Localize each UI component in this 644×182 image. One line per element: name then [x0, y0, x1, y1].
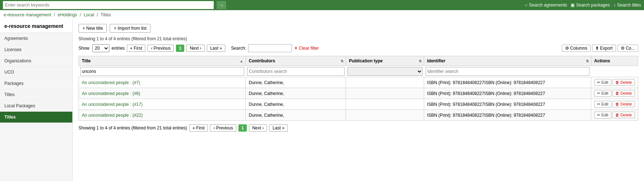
showing-text-bottom: Showing 1 to 4 of 4 entries (filtered fr… [79, 125, 187, 131]
edit-button[interactable]: ✏ Edit [594, 79, 611, 86]
contributors-sort-icon: ⇅ [341, 59, 343, 63]
titles-table: Title ▲ Contributors ⇅ Publication type … [79, 56, 638, 121]
title-link[interactable]: An unconsidered people : (#17) [82, 102, 142, 107]
breadcrumb-local[interactable]: Local [84, 12, 94, 17]
export-icon: ⬆ [595, 46, 599, 51]
current-page-top: 1 [176, 45, 184, 52]
first-button-top[interactable]: « First [127, 45, 145, 52]
right-buttons: ⚙ Columns ⬆ Export ⚙ Co... [562, 45, 638, 52]
col-title[interactable]: Title ▲ [79, 56, 246, 66]
breadcrumb-eholdings[interactable]: eHoldings [58, 12, 77, 17]
breadcrumb: e-resource management / eHoldings / Loca… [0, 10, 644, 20]
filter-identifier-cell [424, 66, 591, 77]
row-publication-type-cell [346, 99, 424, 110]
row-actions-cell: ✏ Edit 🗑 Delete [591, 77, 638, 88]
sidebar-item-local-packages[interactable]: Local Packages [0, 100, 72, 112]
table-search-input[interactable] [248, 44, 292, 52]
bottom-bar: Showing 1 to 4 of 4 entries (filtered fr… [79, 124, 638, 132]
prev-button-bottom[interactable]: ‹ Previous [210, 124, 236, 132]
row-publication-type-cell [346, 88, 424, 99]
last-button-top[interactable]: Last » [207, 45, 225, 52]
top-search-input[interactable] [3, 1, 214, 9]
showing-text-top: Showing 1 to 4 of 4 entries (filtered fr… [79, 36, 638, 41]
filter-publication-type-cell [346, 66, 424, 77]
row-title-cell: An unconsidered people : (#8) [79, 88, 246, 99]
layout: e-resource management Agreements License… [0, 20, 644, 181]
current-page-bottom: 1 [238, 124, 247, 132]
col-contributors[interactable]: Contributors ⇅ [246, 56, 346, 66]
sidebar-item-titles-active[interactable]: Titles [0, 112, 72, 123]
sidebar-item-titles[interactable]: Titles [0, 89, 72, 100]
pagination-bar: Show 10 20 50 100 entries « First ‹ Prev… [79, 44, 638, 52]
filter-title-input[interactable] [80, 67, 244, 76]
table-filter-row [79, 66, 638, 77]
breadcrumb-eresource[interactable]: e-resource management [4, 12, 51, 17]
search-agreements-link[interactable]: ○ Search agreements [525, 3, 567, 8]
top-nav-links: ○ Search agreements ▣ Search packages ↕ … [525, 3, 641, 8]
main-content: + New title + Import from list Showing 1… [73, 20, 644, 181]
clear-filter-button[interactable]: ✕ Clear filter [294, 46, 319, 51]
prev-button-top[interactable]: ‹ Previous [148, 45, 174, 52]
row-actions-cell: ✏ Edit 🗑 Delete [591, 88, 638, 99]
first-button-bottom[interactable]: « First [189, 124, 208, 132]
sidebar-item-licenses[interactable]: Licenses [0, 44, 72, 55]
col-identifier[interactable]: Identifier ⇅ [424, 56, 591, 66]
delete-button[interactable]: 🗑 Delete [612, 90, 635, 96]
next-button-top[interactable]: Next › [186, 45, 205, 52]
edit-button[interactable]: ✏ Edit [594, 112, 611, 119]
delete-button[interactable]: 🗑 Delete [612, 79, 635, 86]
row-contributors-cell: Dunne, Catherine, [246, 77, 346, 88]
search-label: Search: [231, 46, 246, 51]
search-go-button[interactable]: → [217, 1, 226, 9]
sidebar-item-uco[interactable]: UCO [0, 67, 72, 78]
table-row: An unconsidered people : (#7) Dunne, Cat… [79, 77, 638, 88]
sidebar-item-organizations[interactable]: Organizations [0, 55, 72, 67]
delete-button[interactable]: 🗑 Delete [612, 101, 635, 107]
title-link[interactable]: An unconsidered people : (#8) [82, 91, 140, 96]
filter-identifier-input[interactable] [426, 67, 590, 76]
entries-label: entries [112, 46, 125, 51]
new-title-button[interactable]: + New title [79, 24, 107, 33]
table-row: An unconsidered people : (#22) Dunne, Ca… [79, 110, 638, 121]
table-row: An unconsidered people : (#17) Dunne, Ca… [79, 99, 638, 110]
col-publication-type[interactable]: Publication type ⇅ [346, 56, 424, 66]
delete-button[interactable]: 🗑 Delete [612, 112, 635, 118]
sidebar-item-agreements[interactable]: Agreements [0, 33, 72, 44]
show-label: Show [79, 46, 89, 51]
sidebar-item-packages[interactable]: Packages [0, 78, 72, 89]
filter-contributors-cell [246, 66, 346, 77]
row-actions-cell: ✏ Edit 🗑 Delete [591, 110, 638, 121]
row-contributors-cell: Dunne, Catherine, [246, 110, 346, 121]
export-button[interactable]: ⬆ Export [592, 45, 616, 52]
show-entries-select[interactable]: 10 20 50 100 [92, 44, 109, 52]
next-button-bottom[interactable]: Next › [249, 124, 267, 132]
more-columns-icon: ⚙ [621, 46, 625, 51]
top-bar: → ○ Search agreements ▣ Search packages … [0, 0, 644, 10]
more-columns-button[interactable]: ⚙ Co... [617, 45, 638, 52]
identifier-sort-icon: ⇅ [586, 59, 589, 63]
edit-button[interactable]: ✏ Edit [594, 101, 611, 108]
search-titles-link[interactable]: ↕ Search titles [613, 3, 641, 8]
publication-type-sort-icon: ⇅ [419, 59, 422, 63]
row-identifier-cell: ISBN (Print): 9781848408227ISBN (Online)… [424, 77, 591, 88]
row-identifier-cell: ISBN (Print): 9781848408227ISBN (Online)… [424, 88, 591, 99]
table-row: An unconsidered people : (#8) Dunne, Cat… [79, 88, 638, 99]
title-link[interactable]: An unconsidered people : (#7) [82, 80, 140, 85]
title-sort-icon: ▲ [240, 59, 243, 63]
title-link[interactable]: An unconsidered people : (#22) [82, 113, 142, 118]
filter-publication-type-select[interactable] [347, 67, 423, 76]
packages-icon: ▣ [571, 3, 575, 8]
filter-contributors-input[interactable] [247, 67, 345, 76]
last-button-bottom[interactable]: Last » [269, 124, 288, 132]
row-actions-cell: ✏ Edit 🗑 Delete [591, 99, 638, 110]
row-publication-type-cell [346, 110, 424, 121]
col-actions: Actions [591, 56, 638, 66]
row-contributors-cell: Dunne, Catherine, [246, 88, 346, 99]
columns-button[interactable]: ⚙ Columns [562, 45, 591, 52]
table-body: An unconsidered people : (#7) Dunne, Cat… [79, 77, 638, 121]
search-packages-link[interactable]: ▣ Search packages [571, 3, 610, 8]
edit-button[interactable]: ✏ Edit [594, 90, 611, 97]
row-publication-type-cell [346, 77, 424, 88]
import-from-list-button[interactable]: + Import from list [110, 24, 150, 33]
row-identifier-cell: ISBN (Print): 9781848408227ISBN (Online)… [424, 99, 591, 110]
